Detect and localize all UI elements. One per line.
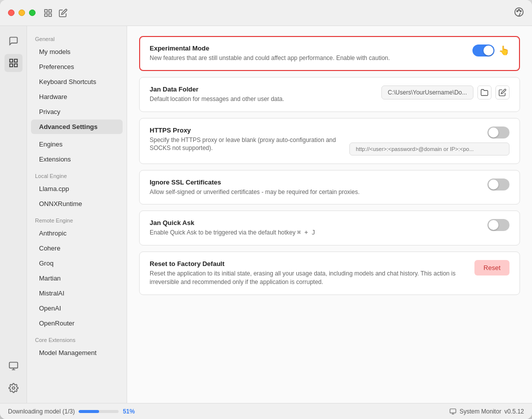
https-proxy-info: HTTPS Proxy Specify the HTTPS proxy or l…	[150, 126, 349, 153]
experimental-mode-row: Experimental Mode New features that are …	[150, 44, 509, 62]
sidebar-item-model-management[interactable]: Model Management	[31, 346, 123, 360]
jan-data-folder-title: Jan Data Folder	[150, 86, 373, 93]
sidebar-item-llama-cpp[interactable]: Llama.cpp	[31, 182, 123, 196]
maximize-button[interactable]	[29, 10, 36, 16]
svg-point-6	[518, 10, 520, 11]
file-path-display: C:\Users\YourUsername\Do...	[381, 86, 473, 100]
toggle-thumb	[488, 128, 498, 138]
jan-quick-ask-desc: Enable Quick Ask to be triggered via the…	[150, 228, 479, 237]
svg-point-7	[520, 10, 521, 12]
jan-quick-ask-title: Jan Quick Ask	[150, 219, 479, 226]
toggle-thumb	[483, 46, 493, 56]
reset-factory-desc: Reset the application to its initial sta…	[150, 270, 466, 286]
reset-factory-card: Reset to Factory Default Reset the appli…	[139, 252, 520, 295]
experimental-mode-control: 👆	[472, 44, 509, 56]
sidebar-item-preferences[interactable]: Preferences	[31, 60, 123, 74]
statusbar-left: Downloading model (1/3) 51%	[8, 408, 135, 415]
https-proxy-title: HTTPS Proxy	[150, 126, 341, 134]
titlebar-right	[514, 7, 524, 18]
progress-bar-fill	[79, 410, 99, 413]
ignore-ssl-card: Ignore SSL Certificates Allow self-signe…	[139, 170, 520, 205]
sidebar-item-anthropic[interactable]: Anthropic	[31, 226, 123, 240]
sidebar-item-hardware[interactable]: Hardware	[31, 90, 123, 104]
jan-data-folder-control: C:\Users\YourUsername\Do...	[381, 86, 509, 100]
titlebar	[0, 0, 532, 26]
svg-rect-8	[10, 60, 13, 62]
experimental-mode-desc: New features that are still unstable and…	[150, 54, 464, 62]
jan-quick-ask-row: Jan Quick Ask Enable Quick Ask to be tri…	[150, 219, 509, 237]
sidebar-section-general: General	[27, 32, 127, 44]
sidebar-item-martian[interactable]: Martian	[31, 271, 123, 286]
https-proxy-toggle[interactable]	[487, 126, 509, 138]
download-text: Downloading model (1/3)	[8, 408, 75, 415]
toggle-thumb	[488, 220, 498, 230]
minimize-button[interactable]	[19, 10, 25, 16]
sidebar-item-cohere[interactable]: Cohere	[31, 241, 123, 256]
sidebar-item-mistralai[interactable]: MistralAI	[31, 286, 123, 300]
cursor-hand-icon: 👆	[498, 45, 509, 56]
svg-rect-12	[9, 362, 18, 368]
ignore-ssl-row: Ignore SSL Certificates Allow self-signe…	[150, 178, 509, 196]
sidebar-section-local-engine: Local Engine	[27, 169, 127, 181]
svg-point-5	[516, 10, 518, 12]
https-proxy-desc: Specify the HTTPS proxy or leave blank (…	[150, 136, 341, 153]
jan-data-folder-desc: Default location for messages and other …	[150, 95, 373, 104]
ignore-ssl-desc: Allow self-signed or unverified certific…	[150, 188, 479, 196]
close-button[interactable]	[8, 10, 15, 16]
jan-quick-ask-info: Jan Quick Ask Enable Quick Ask to be tri…	[150, 219, 487, 237]
edit-icon[interactable]	[59, 8, 68, 18]
edit-path-button[interactable]	[495, 86, 509, 100]
activity-bar	[0, 26, 27, 403]
gear-activity-icon[interactable]	[5, 379, 23, 397]
sidebar-item-advanced-settings[interactable]: Advanced Settings	[31, 120, 123, 134]
chat-activity-icon[interactable]	[5, 32, 23, 50]
palette-icon[interactable]	[514, 7, 524, 17]
experimental-mode-title: Experimental Mode	[150, 44, 464, 52]
main-content: Experimental Mode New features that are …	[127, 26, 532, 403]
toggle-thumb	[488, 180, 498, 190]
https-proxy-control	[349, 126, 509, 156]
sidebar-item-engines[interactable]: Engines	[31, 137, 123, 152]
svg-point-13	[12, 387, 15, 390]
sidebar-item-openrouter[interactable]: OpenRouter	[31, 316, 123, 330]
progress-label: 51%	[123, 408, 135, 415]
sidebar-item-extensions[interactable]: Extensions	[31, 152, 123, 166]
ignore-ssl-title: Ignore SSL Certificates	[150, 178, 479, 186]
sidebar-item-openai[interactable]: OpenAI	[31, 301, 123, 316]
jan-data-folder-row: Jan Data Folder Default location for mes…	[150, 86, 509, 104]
reset-factory-control: Reset	[474, 260, 509, 276]
ignore-ssl-info: Ignore SSL Certificates Allow self-signe…	[150, 178, 487, 196]
svg-rect-14	[450, 408, 456, 412]
grid-activity-icon[interactable]	[5, 54, 23, 72]
system-monitor-label[interactable]: System Monitor	[459, 408, 501, 415]
monitor-activity-icon[interactable]	[5, 357, 23, 375]
jan-quick-ask-toggle[interactable]	[487, 219, 509, 231]
statusbar-right: System Monitor v0.5.12	[449, 408, 524, 415]
ignore-ssl-toggle[interactable]	[487, 178, 509, 190]
svg-rect-3	[49, 14, 52, 16]
folder-open-button[interactable]	[477, 86, 491, 100]
svg-rect-10	[10, 64, 13, 67]
app-window: General My models Preferences Keyboard S…	[0, 0, 532, 419]
sidebar-item-onnxruntime[interactable]: ONNXRuntime	[31, 196, 123, 211]
https-proxy-row: HTTPS Proxy Specify the HTTPS proxy or l…	[150, 126, 509, 156]
proxy-input[interactable]	[349, 142, 509, 156]
jan-data-folder-card: Jan Data Folder Default location for mes…	[139, 77, 520, 112]
https-proxy-card: HTTPS Proxy Specify the HTTPS proxy or l…	[139, 118, 520, 164]
experimental-mode-toggle[interactable]	[472, 44, 494, 56]
jan-quick-ask-card: Jan Quick Ask Enable Quick Ask to be tri…	[139, 210, 520, 246]
reset-button[interactable]: Reset	[474, 260, 509, 276]
experimental-mode-info: Experimental Mode New features that are …	[150, 44, 472, 62]
grid-icon[interactable]	[44, 8, 53, 18]
statusbar: Downloading model (1/3) 51% System Monit…	[0, 403, 532, 419]
sidebar-item-groq[interactable]: Groq	[31, 256, 123, 270]
sidebar-item-keyboard-shortcuts[interactable]: Keyboard Shortcuts	[31, 74, 123, 89]
sidebar-item-my-models[interactable]: My models	[31, 44, 123, 59]
reset-factory-title: Reset to Factory Default	[150, 260, 466, 268]
jan-data-folder-info: Jan Data Folder Default location for mes…	[150, 86, 381, 104]
version-label: v0.5.12	[504, 408, 524, 415]
traffic-lights	[8, 10, 36, 16]
sidebar-item-privacy[interactable]: Privacy	[31, 104, 123, 119]
sidebar-section-core-extensions: Core Extensions	[27, 333, 127, 345]
sidebar-section-remote-engine: Remote Engine	[27, 214, 127, 226]
